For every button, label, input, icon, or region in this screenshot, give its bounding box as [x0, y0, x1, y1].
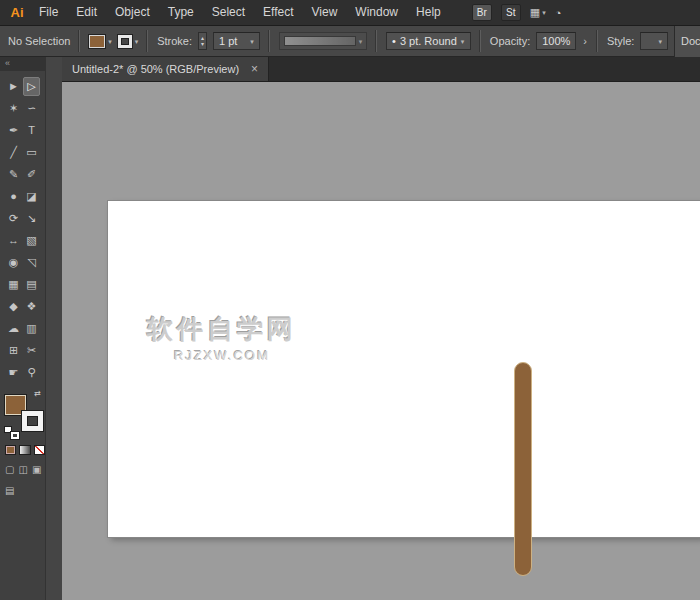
- free-transform-tool[interactable]: ▧: [23, 231, 40, 250]
- divider: [480, 30, 481, 52]
- menu-window[interactable]: Window: [346, 0, 407, 25]
- draw-normal-icon[interactable]: ▢: [5, 464, 14, 476]
- blob-brush-tool[interactable]: ●: [5, 187, 22, 206]
- paint-mode-row: [5, 445, 45, 455]
- divider: [147, 30, 148, 52]
- fill-swatch: [89, 35, 105, 48]
- rotate-tool[interactable]: ⟳: [5, 209, 22, 228]
- hand-tool[interactable]: ☛: [5, 363, 22, 382]
- arrange-documents-button[interactable]: ▦ ▾: [530, 6, 546, 19]
- default-fill-stroke-icon[interactable]: [4, 426, 19, 439]
- opacity-value: 100%: [542, 35, 570, 47]
- fill-stroke-widget: ⇄: [5, 391, 43, 431]
- stroke-swatch: [118, 35, 132, 48]
- canvas-area[interactable]: 软件自学网 RJZXW.COM: [62, 82, 700, 600]
- collapse-panel-button[interactable]: «: [0, 57, 45, 71]
- column-graph-tool[interactable]: ▥: [23, 319, 40, 338]
- menu-edit[interactable]: Edit: [67, 0, 106, 25]
- color-button[interactable]: [5, 445, 16, 455]
- slice-tool[interactable]: ✂: [23, 341, 40, 360]
- tool-grid: ► ▷ ✶ ∽ ✒ T ╱ ▭ ✎ ✐ ● ◪ ⟳ ↘ ↔ ▧ ◉: [5, 75, 41, 383]
- stroke-weight-stepper[interactable]: ▴ ▾: [198, 32, 207, 50]
- stroke-color-dropdown[interactable]: ▾: [118, 35, 139, 48]
- mesh-tool[interactable]: ▦: [5, 275, 22, 294]
- opacity-field[interactable]: 100%: [536, 32, 576, 50]
- menu-select[interactable]: Select: [203, 0, 254, 25]
- chevron-down-icon: ▾: [659, 38, 663, 45]
- draw-inside-icon[interactable]: ▣: [32, 464, 41, 476]
- brush-name: 3 pt. Round: [400, 35, 457, 47]
- tools-panel: « ► ▷ ✶ ∽ ✒ T ╱ ▭ ✎ ✐ ● ◪ ⟳ ↘ ↔: [0, 57, 46, 600]
- draw-behind-icon[interactable]: ◫: [18, 464, 27, 476]
- bridge-button[interactable]: Br: [472, 4, 492, 21]
- illustrator-window: Ai File Edit Object Type Select Effect V…: [0, 0, 700, 600]
- document-area: Untitled-2* @ 50% (RGB/Preview) × 软件自学网 …: [62, 57, 700, 600]
- chevron-down-icon: ▾: [542, 9, 546, 16]
- drawing-mode-row: ▢ ◫ ▣: [5, 464, 45, 476]
- artboard[interactable]: [108, 201, 700, 537]
- none-button[interactable]: [34, 445, 45, 455]
- style-label: Style:: [607, 35, 635, 47]
- divider: [79, 30, 80, 52]
- menu-file[interactable]: File: [30, 0, 67, 25]
- type-tool[interactable]: T: [23, 121, 40, 140]
- chevron-down-icon: ▾: [250, 38, 254, 45]
- perspective-grid-tool[interactable]: ◹: [23, 253, 40, 272]
- selection-tool[interactable]: ►: [5, 77, 22, 96]
- divider: [597, 30, 598, 52]
- menu-help[interactable]: Help: [407, 0, 450, 25]
- width-tool[interactable]: ↔: [5, 231, 22, 250]
- cs-live-icon[interactable]: ◔: [555, 7, 562, 19]
- scale-tool[interactable]: ↘: [23, 209, 40, 228]
- shape-builder-tool[interactable]: ◉: [5, 253, 22, 272]
- screen-mode-row: ▤: [5, 485, 45, 497]
- rounded-bar-shape[interactable]: [514, 362, 532, 576]
- stroke-color-swatch[interactable]: [22, 411, 43, 431]
- chevron-right-icon[interactable]: ›: [582, 35, 588, 47]
- stroke-weight-field[interactable]: 1 pt ▾: [213, 32, 260, 50]
- document-tab[interactable]: Untitled-2* @ 50% (RGB/Preview) ×: [62, 57, 269, 81]
- brush-dot-icon: •: [392, 35, 396, 47]
- pencil-tool[interactable]: ✐: [23, 165, 40, 184]
- chevron-down-icon: ▾: [359, 38, 363, 45]
- divider: [269, 30, 270, 52]
- blend-tool[interactable]: ❖: [23, 297, 40, 316]
- rectangle-tool[interactable]: ▭: [23, 143, 40, 162]
- tab-strip: Untitled-2* @ 50% (RGB/Preview) ×: [62, 57, 700, 82]
- divider: [376, 30, 377, 52]
- zoom-tool[interactable]: ⚲: [23, 363, 40, 382]
- menu-view[interactable]: View: [303, 0, 347, 25]
- gradient-tool[interactable]: ▤: [23, 275, 40, 294]
- menu-effect[interactable]: Effect: [254, 0, 302, 25]
- symbol-sprayer-tool[interactable]: ☁: [5, 319, 22, 338]
- selection-status-label: No Selection: [8, 35, 70, 47]
- stock-button[interactable]: St: [501, 4, 521, 21]
- screen-mode-icon[interactable]: ▤: [5, 485, 14, 497]
- width-profile-dropdown[interactable]: ▾: [279, 32, 368, 50]
- line-segment-tool[interactable]: ╱: [5, 143, 22, 162]
- chevron-down-icon: ▾: [135, 38, 139, 45]
- document-setup-button[interactable]: Doc: [674, 26, 700, 57]
- chevron-down-icon: ▾: [461, 38, 465, 45]
- style-dropdown[interactable]: ▾: [640, 32, 668, 50]
- stroke-label: Stroke:: [157, 35, 192, 47]
- magic-wand-tool[interactable]: ✶: [5, 99, 22, 118]
- menu-type[interactable]: Type: [159, 0, 203, 25]
- menu-object[interactable]: Object: [106, 0, 159, 25]
- brush-dropdown[interactable]: • 3 pt. Round ▾: [386, 32, 471, 50]
- swap-fill-stroke-icon[interactable]: ⇄: [34, 389, 41, 398]
- tools-sidebar: « ► ▷ ✶ ∽ ✒ T ╱ ▭ ✎ ✐ ● ◪ ⟳ ↘ ↔: [0, 57, 62, 600]
- gradient-button[interactable]: [19, 445, 30, 455]
- menu-bar-right: Br St ▦ ▾ ◔: [472, 4, 562, 21]
- eraser-tool[interactable]: ◪: [23, 187, 40, 206]
- artboard-tool[interactable]: ⊞: [5, 341, 22, 360]
- close-icon[interactable]: ×: [251, 62, 258, 76]
- opacity-label: Opacity:: [490, 35, 530, 47]
- stepper-down-icon: ▾: [201, 41, 204, 47]
- eyedropper-tool[interactable]: ◆: [5, 297, 22, 316]
- pen-tool[interactable]: ✒: [5, 121, 22, 140]
- direct-selection-tool[interactable]: ▷: [23, 77, 40, 96]
- lasso-tool[interactable]: ∽: [23, 99, 40, 118]
- paintbrush-tool[interactable]: ✎: [5, 165, 22, 184]
- fill-color-dropdown[interactable]: ▾: [89, 35, 112, 48]
